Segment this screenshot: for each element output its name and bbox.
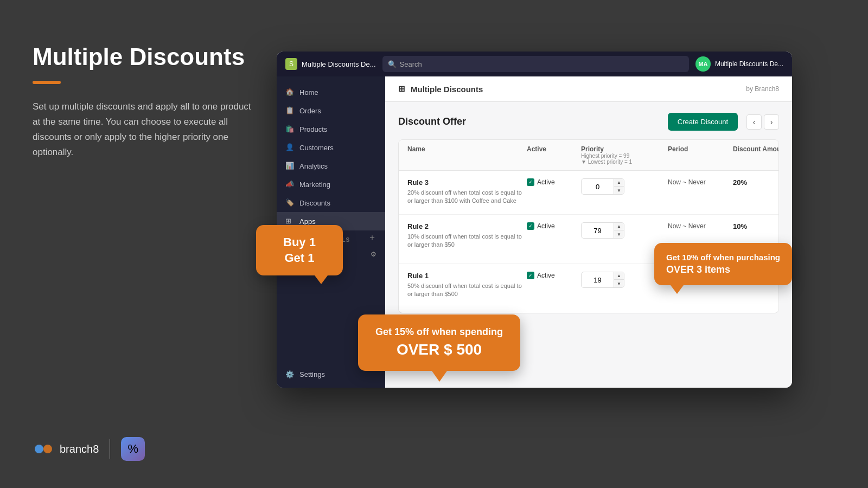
store-name-area: S Multiple Discounts De...	[285, 58, 376, 70]
priority-hint-high: Highest priority = 99	[581, 153, 668, 159]
rule2-priority-down[interactable]: ▼	[614, 230, 624, 239]
rule1-priority-down[interactable]: ▼	[614, 280, 624, 288]
sidebar-label-orders: Orders	[299, 107, 321, 115]
rule2-desc: 10% discount off when total cost is equa…	[407, 233, 527, 249]
rule1-priority-value: 19	[582, 276, 614, 284]
shopify-window: S Multiple Discounts De... 🔍 Search MA M…	[277, 52, 792, 388]
discounts-icon: 🏷️	[285, 198, 294, 207]
sidebar-label-customers: Customers	[299, 144, 334, 152]
svg-point-1	[43, 445, 52, 453]
sidebar-label-products: Products	[299, 125, 327, 133]
rule2-priority-value: 79	[582, 227, 614, 235]
rule3-period: Now ~ Never	[668, 178, 733, 186]
sidebar-label-home: Home	[299, 88, 318, 97]
user-area: MA Multiple Discounts De...	[695, 56, 783, 72]
rule3-discount: 20%	[733, 178, 779, 187]
sidebar-item-analytics[interactable]: 📊 Analytics	[277, 157, 385, 175]
rule2-discount: 10%	[733, 222, 779, 230]
rule3-priority-input[interactable]: 0 ▲ ▼	[581, 178, 624, 195]
rule3-priority-value: 0	[582, 183, 614, 191]
th-priority: Priority Highest priority = 99 ▼ Lowest …	[581, 145, 668, 165]
rule2-priority-up[interactable]: ▲	[614, 222, 624, 230]
callout-500-line1: Get 15% off when spending	[375, 326, 503, 337]
nav-prev-button[interactable]: ‹	[746, 114, 762, 130]
page-title: Multiple Discounts	[33, 43, 260, 71]
rule2-priority-cell: 79 ▲ ▼	[581, 222, 668, 239]
th-period: Period	[668, 145, 733, 165]
content-area: Discount Offer Create Discount ‹ › Name …	[385, 102, 792, 324]
rule3-active: ✓ Active	[527, 178, 581, 186]
settings-icon: ⚙️	[285, 370, 294, 378]
user-avatar: MA	[695, 56, 711, 72]
nav-next-button[interactable]: ›	[764, 114, 779, 130]
sidebar-item-marketing[interactable]: 📣 Marketing	[277, 175, 385, 194]
settings-label: Settings	[299, 370, 325, 378]
rule2-name-cell: Rule 2 10% discount off when total cost …	[407, 222, 527, 249]
online-store-settings-icon[interactable]: ⚙	[371, 251, 376, 258]
create-discount-button[interactable]: Create Discount	[668, 113, 738, 131]
rule3-desc: 20% discount off when total cost is equa…	[407, 189, 527, 206]
sidebar-item-products[interactable]: 🛍️ Products	[277, 120, 385, 138]
svg-point-0	[35, 445, 43, 453]
branch8-icon	[33, 438, 54, 460]
rule1-active: ✓ Active	[527, 272, 581, 279]
sidebar-label-apps: Apps	[299, 217, 316, 226]
rule1-name: Rule 1	[407, 272, 527, 280]
sidebar-item-customers[interactable]: 👤 Customers	[277, 138, 385, 157]
callout-10pct-line1: Get 10% off when purchasing	[666, 253, 780, 262]
sidebar-item-orders[interactable]: 📋 Orders	[277, 101, 385, 120]
callout-buy1get1: Buy 1 Get 1	[256, 225, 343, 275]
orange-accent-bar	[33, 81, 61, 84]
page-icon: ⊞	[398, 84, 405, 94]
analytics-icon: 📊	[285, 162, 294, 170]
callout-buy1get1-line2: Get 1	[284, 251, 314, 265]
branch8-logo: branch8	[33, 438, 99, 460]
rule1-checkbox[interactable]: ✓	[527, 272, 534, 279]
section-header: Discount Offer Create Discount ‹ ›	[398, 113, 779, 131]
add-channel-icon[interactable]: ＋	[368, 232, 376, 243]
rule2-priority-input[interactable]: 79 ▲ ▼	[581, 222, 624, 239]
rule3-priority-cell: 0 ▲ ▼	[581, 178, 668, 195]
search-placeholder: Search	[400, 60, 422, 68]
rule3-priority-down[interactable]: ▼	[614, 187, 624, 195]
logo-divider	[110, 439, 110, 459]
rule2-period: Now ~ Never	[668, 222, 733, 230]
user-store-name: Multiple Discounts De...	[715, 60, 783, 68]
sidebar-label-discounts: Discounts	[299, 199, 330, 207]
rule3-checkbox[interactable]: ✓	[527, 178, 534, 186]
callout-10pct-line2: OVER 3 items	[666, 264, 730, 275]
brand-name-text: branch8	[60, 443, 99, 455]
sidebar-item-discounts[interactable]: 🏷️ Discounts	[277, 194, 385, 212]
page-header-title: Multiple Discounts	[411, 85, 483, 94]
table-header: Name Active Priority Highest priority = …	[399, 140, 778, 171]
rule1-name-cell: Rule 1 50% discount off when total cost …	[407, 272, 527, 299]
apps-icon: ⊞	[285, 217, 294, 226]
callout-10pct: Get 10% off when purchasing OVER 3 items	[654, 243, 792, 285]
rule2-checkbox[interactable]: ✓	[527, 222, 534, 230]
rule1-priority-up[interactable]: ▲	[614, 272, 624, 280]
sidebar-item-home[interactable]: 🏠 Home	[277, 83, 385, 101]
page-header-by: by Branch8	[746, 85, 779, 93]
callout-500: Get 15% off when spending OVER $ 500	[358, 314, 520, 371]
rule1-desc: 50% discount off when total cost is equa…	[407, 282, 527, 299]
callout-buy1get1-line1: Buy 1	[283, 235, 316, 249]
table-row: Rule 3 20% discount off when total cost …	[399, 171, 778, 215]
shopify-logo: S	[285, 58, 297, 70]
rule1-priority-input[interactable]: 19 ▲ ▼	[581, 272, 624, 288]
th-name: Name	[407, 145, 527, 165]
page-header-title-area: ⊞ Multiple Discounts	[398, 84, 483, 94]
page-description: Set up multiple discounts and apply all …	[33, 99, 260, 160]
app-icon: %	[121, 437, 145, 461]
search-bar[interactable]: 🔍 Search	[382, 56, 689, 72]
rule3-priority-up[interactable]: ▲	[614, 178, 624, 187]
th-discount: Discount Amount	[733, 145, 779, 165]
top-bar: S Multiple Discounts De... 🔍 Search MA M…	[277, 52, 792, 76]
th-active: Active	[527, 145, 581, 165]
rule3-name-cell: Rule 3 20% discount off when total cost …	[407, 178, 527, 206]
nav-arrows: ‹ ›	[746, 114, 779, 130]
window-body: 🏠 Home 📋 Orders 🛍️ Products 👤 Customers …	[277, 76, 792, 388]
page-header: ⊞ Multiple Discounts by Branch8	[385, 76, 792, 102]
rule2-active: ✓ Active	[527, 222, 581, 230]
customers-icon: 👤	[285, 143, 294, 152]
left-panel: Multiple Discounts Set up multiple disco…	[33, 43, 260, 160]
